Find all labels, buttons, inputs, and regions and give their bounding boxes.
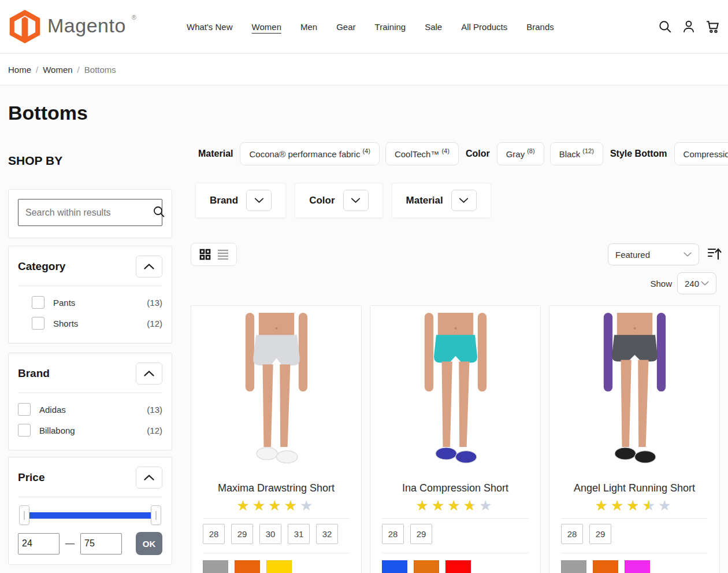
chip-black[interactable]: Black (12) — [550, 142, 603, 165]
dropdown-filter-material: Material — [392, 183, 491, 218]
billabong-label[interactable]: Billabong — [39, 426, 75, 435]
size-option[interactable]: 29 — [410, 524, 432, 544]
price-min-input[interactable] — [18, 533, 60, 554]
filter-section-category: Category Pants (13) Shorts (12) — [8, 246, 172, 343]
header: Magento ® What's New Women Men Gear Trai… — [0, 0, 728, 53]
color-swatch[interactable] — [625, 560, 650, 573]
filter-group-style-bottom-label: Style Bottom — [610, 149, 667, 159]
sort-by-select[interactable]: Featured — [608, 243, 699, 265]
size-option[interactable]: 29 — [589, 524, 611, 544]
product-photo-illustration — [393, 313, 518, 474]
size-option[interactable]: 28 — [561, 524, 583, 544]
dropdown-filter-brand: Brand — [195, 183, 286, 218]
color-swatch[interactable] — [593, 560, 618, 573]
search-submit-icon[interactable] — [152, 205, 166, 221]
color-swatch[interactable] — [382, 560, 407, 573]
adidas-label[interactable]: Adidas — [39, 405, 66, 415]
chevron-down-icon — [459, 198, 469, 203]
show-count-select[interactable]: 240 — [677, 272, 716, 294]
store-logo[interactable]: Magento ® — [8, 9, 136, 44]
chip-cocona[interactable]: Cocona® performance fabric (4) — [240, 142, 379, 165]
chip-cooltech[interactable]: CoolTech™ (4) — [385, 142, 459, 165]
dropdown-brand-button[interactable] — [246, 190, 272, 211]
nav-women[interactable]: Women — [252, 22, 281, 32]
nav-whats-new[interactable]: What's New — [187, 22, 233, 32]
chip-gray[interactable]: Gray (8) — [497, 142, 544, 165]
show-count-value: 240 — [685, 279, 699, 289]
color-swatch[interactable] — [266, 560, 292, 573]
logo-reg-mark: ® — [132, 14, 136, 21]
color-swatch[interactable] — [445, 560, 471, 573]
logo-text: Magento — [47, 9, 126, 42]
dropdown-material-button[interactable] — [451, 190, 477, 211]
pants-checkbox[interactable] — [32, 296, 44, 309]
shorts-label[interactable]: Shorts — [53, 319, 78, 328]
chip-text: CoolTech™ — [395, 149, 440, 159]
shop-by-heading: SHOP BY — [8, 154, 62, 168]
product-name[interactable]: Ina Compression Short — [370, 482, 540, 494]
star-rating-icons: ★★★★★★★★★★ — [595, 497, 674, 513]
price-slider-track[interactable] — [23, 512, 158, 519]
billabong-checkbox[interactable] — [18, 424, 31, 437]
brand-option-billabong: Billabong (12) — [18, 420, 162, 441]
list-view-icon[interactable] — [217, 249, 229, 260]
nav-training[interactable]: Training — [375, 22, 406, 32]
category-section-title: Category — [18, 260, 65, 273]
search-within-results-input[interactable] — [18, 208, 152, 218]
magento-logo-icon — [8, 9, 42, 44]
account-icon[interactable] — [681, 19, 696, 34]
brand-collapse-button[interactable] — [136, 363, 162, 385]
size-option[interactable]: 30 — [259, 524, 281, 544]
dropdown-color-button[interactable] — [343, 190, 369, 211]
product-name[interactable]: Maxima Drawstring Short — [191, 482, 361, 494]
search-icon[interactable] — [658, 19, 673, 34]
chevron-up-icon — [144, 475, 154, 480]
price-slider — [19, 505, 161, 525]
product-image[interactable] — [370, 313, 540, 475]
size-option[interactable]: 28 — [382, 524, 404, 544]
color-swatch[interactable] — [203, 560, 228, 573]
search-within-results — [18, 199, 162, 226]
price-slider-handle-min[interactable] — [19, 505, 29, 525]
nav-brands[interactable]: Brands — [526, 22, 554, 32]
nav-sale[interactable]: Sale — [425, 22, 442, 32]
divider — [18, 393, 162, 393]
size-option[interactable]: 32 — [316, 524, 338, 544]
nav-men[interactable]: Men — [300, 22, 317, 32]
main-nav: What's New Women Men Gear Training Sale … — [187, 0, 554, 53]
chip-count: (4) — [441, 147, 449, 154]
color-swatch[interactable] — [414, 560, 439, 573]
product-image[interactable] — [191, 313, 361, 475]
color-swatch[interactable] — [561, 560, 586, 573]
product-name[interactable]: Angel Light Running Short — [549, 482, 719, 494]
product-rating: ★★★★★★★★★★ — [549, 497, 719, 515]
price-max-input[interactable] — [80, 533, 122, 554]
adidas-checkbox[interactable] — [18, 403, 31, 416]
size-option[interactable]: 29 — [231, 524, 253, 544]
product-image[interactable] — [549, 313, 719, 475]
cart-icon[interactable] — [705, 19, 720, 34]
page-title: Bottoms — [8, 102, 88, 124]
color-swatch[interactable] — [235, 560, 260, 573]
category-collapse-button[interactable] — [136, 256, 162, 278]
nav-all-products[interactable]: All Products — [461, 22, 507, 32]
size-option[interactable]: 28 — [203, 524, 225, 544]
grid-view-icon[interactable] — [199, 249, 211, 260]
size-option[interactable]: 31 — [288, 524, 310, 544]
shorts-checkbox[interactable] — [32, 317, 44, 330]
chip-compression[interactable]: Compression (3) — [674, 142, 728, 165]
show-per-page: Show 240 — [650, 272, 716, 294]
pants-label[interactable]: Pants — [53, 298, 75, 308]
price-ok-button[interactable]: OK — [136, 532, 162, 555]
price-slider-handle-max[interactable] — [151, 505, 161, 525]
chevron-up-icon — [144, 264, 154, 269]
star-rating-icons: ★★★★★★★★★★ — [415, 497, 495, 513]
brand-section-title: Brand — [18, 367, 50, 380]
price-collapse-button[interactable] — [136, 467, 162, 489]
breadcrumb-women[interactable]: Women — [43, 65, 72, 75]
breadcrumb-separator: / — [36, 65, 38, 75]
sort-direction-icon[interactable] — [707, 246, 722, 261]
breadcrumb-home[interactable]: Home — [8, 65, 31, 75]
nav-gear[interactable]: Gear — [336, 22, 355, 32]
category-option-shorts: Shorts (12) — [18, 313, 162, 334]
